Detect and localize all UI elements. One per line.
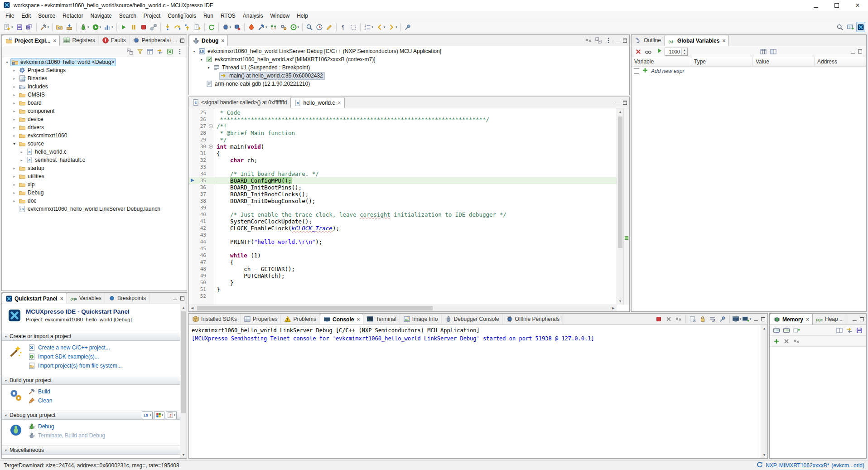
overview-ruler[interactable] — [623, 108, 629, 305]
collapsed-arrow-icon[interactable]: ▸ — [11, 77, 18, 81]
terminate-button[interactable] — [654, 315, 664, 324]
quickstart-link-terminate-build-and-debug[interactable]: Terminate, Build and Debug — [28, 432, 105, 439]
tree-item-evkcmimxrt1060-hello-world-linkserver-de[interactable]: LSevkcmimxrt1060_hello_world LinkServer … — [2, 205, 187, 213]
dropdown-arrow-icon[interactable]: ▾ — [230, 25, 231, 29]
quickstart-link-build[interactable]: Build — [28, 388, 52, 395]
close-tab-icon[interactable]: × — [338, 100, 341, 106]
tree-item-drivers[interactable]: ▸drivers — [2, 123, 187, 131]
dropdown-arrow-icon[interactable]: ▾ — [100, 25, 101, 29]
collapsed-arrow-icon[interactable]: ▸ — [11, 199, 18, 203]
code-line-28[interactable]: 28 * @brief Main function — [189, 130, 617, 136]
menu-file[interactable]: File — [2, 12, 18, 20]
tab-registers[interactable]: Registers — [60, 35, 99, 46]
menu-window[interactable]: Window — [267, 12, 294, 20]
save-button[interactable] — [15, 22, 24, 32]
window-minimize-button[interactable] — [805, 0, 826, 11]
tree-item-xip[interactable]: ▸xip — [2, 180, 187, 189]
view-menu-button[interactable] — [175, 47, 185, 56]
tree-item-content[interactable]: LSevkcmimxrt1060_hello_world LinkServer … — [198, 48, 443, 55]
status-device-link[interactable]: MIMXRT1062xxxxB* — [779, 462, 829, 469]
code-line-34[interactable]: 34 /* Init board hardware. */ — [189, 170, 617, 177]
collapsed-arrow-icon[interactable]: ▸ — [11, 134, 18, 138]
menu-search[interactable]: Search — [116, 12, 140, 20]
code-line-37[interactable]: 37 BOARD_InitBootClocks(); — [189, 191, 617, 198]
minimize-view-button[interactable] — [754, 317, 758, 321]
tree-item-arm-none-eabi-gdb-12-1-90-20221210[interactable]: arm-none-eabi-gdb (12.1.90.20221210) — [189, 80, 629, 88]
dropdown-arrow-icon[interactable]: ▾ — [111, 25, 113, 29]
scroll-thumb[interactable] — [181, 311, 186, 413]
code-editor[interactable]: 25 * Code26 ****************************… — [189, 108, 629, 311]
quickstart-link-create-a-new-c-c-project[interactable]: Create a new C/C++ project... — [28, 344, 122, 351]
code-line-40[interactable]: 40 /* Just enable the trace clock, leave… — [189, 211, 617, 218]
debug-solution-linkserver-button[interactable]: LS▾ — [142, 411, 153, 419]
maximize-view-button[interactable] — [623, 39, 627, 43]
new-tab-button[interactable] — [791, 326, 801, 335]
maximize-view-button[interactable] — [860, 317, 864, 321]
scroll-down-icon[interactable]: ▼ — [180, 451, 187, 458]
tree-item-content[interactable]: drivers — [18, 124, 46, 131]
tab-hello-world-c[interactable]: chello_world.c× — [290, 97, 344, 108]
scroll-down-icon[interactable]: ▼ — [617, 298, 623, 305]
step-return-button[interactable] — [183, 22, 192, 32]
collapse-all-button[interactable] — [125, 47, 135, 56]
column-header-address[interactable]: Address — [815, 57, 866, 66]
spin-down-icon[interactable]: ▼ — [682, 52, 687, 55]
dropdown-arrow-icon[interactable]: ▾ — [48, 25, 49, 29]
code-line-48[interactable]: 48 ch = GETCHAR(); — [189, 266, 617, 272]
menu-refactor[interactable]: Refactor — [59, 12, 87, 20]
tree-item-content[interactable]: LSevkcmimxrt1060_hello_world LinkServer … — [18, 205, 162, 213]
tree-item-thread-1-suspended-breakpoint[interactable]: ▾Thread #1 (Suspended : Breakpoint) — [189, 63, 629, 72]
fold-collapse-icon[interactable]: − — [209, 145, 213, 149]
freertos-button[interactable] — [269, 22, 278, 32]
tab-global-variables[interactable]: (x)=Global Variables× — [665, 35, 729, 46]
new-c-project-button[interactable]: C — [55, 22, 64, 32]
scroll-lock-button[interactable] — [698, 315, 708, 324]
filter-button[interactable] — [135, 47, 145, 56]
tree-item-binaries[interactable]: ▸10100110Binaries — [2, 74, 187, 82]
tree-item-cmsis[interactable]: ▸CMSIS — [2, 91, 187, 99]
expanded-arrow-icon[interactable]: ▾ — [205, 66, 212, 70]
split-pane-button[interactable] — [834, 326, 844, 335]
scroll-thumb[interactable] — [197, 306, 433, 310]
code-line-46[interactable]: 46 while (1) — [189, 252, 617, 259]
quickstart-section-create-or-import-a-project[interactable]: ▾Create or import a project — [2, 332, 180, 341]
display-console-button[interactable]: ▾ — [732, 315, 742, 324]
build-button[interactable]: ▾ — [39, 22, 50, 32]
code-line-50[interactable]: 50 } — [189, 279, 617, 286]
save-all-button[interactable] — [25, 22, 34, 32]
tree-item-content[interactable]: chello_world.c — [25, 148, 68, 156]
minimize-view-button[interactable] — [173, 39, 177, 42]
remove-x-button[interactable] — [781, 337, 791, 346]
console-output[interactable]: evkcmimxrt1060_hello_world LinkServer De… — [189, 325, 767, 458]
spin-up-icon[interactable]: ▲ — [682, 48, 687, 52]
column-header-value[interactable]: Value — [753, 57, 815, 66]
render-1010-button[interactable]: 1010 — [781, 326, 791, 335]
link-with-editor-button[interactable] — [155, 47, 165, 56]
tree-item-content[interactable]: xip — [18, 181, 36, 189]
show-whitespace-button[interactable]: ¶ — [339, 22, 348, 32]
tree-item-includes[interactable]: ▸Includes — [2, 82, 187, 91]
save-button[interactable] — [854, 326, 864, 335]
section-collapse-icon[interactable]: ▾ — [5, 334, 7, 339]
add-glasses-button[interactable] — [643, 47, 653, 56]
tree-item-content[interactable]: arm-none-eabi-gdb (12.1.90.20221210) — [205, 80, 312, 88]
code-line-33[interactable]: 33 — [189, 164, 617, 170]
tree-item-debug[interactable]: ▸Debug — [2, 189, 187, 197]
tree-item-content[interactable]: utilities — [18, 173, 46, 180]
code-line-29[interactable]: 29 */ — [189, 136, 617, 143]
quickstart-link-edit-project-settings[interactable]: Edit project settings — [11, 458, 68, 458]
quickstart-link-debug[interactable]: Debug — [28, 423, 105, 430]
tree-item-content[interactable]: Thread #1 (Suspended : Breakpoint) — [212, 64, 312, 72]
maximize-view-button[interactable] — [623, 101, 627, 105]
plus-green-button[interactable] — [772, 337, 781, 346]
code-line-52[interactable]: 52 — [189, 293, 617, 300]
quickstart-link-import-sdk-example-s[interactable]: Import SDK example(s)... — [28, 353, 122, 360]
code-line-51[interactable]: 51} — [189, 286, 617, 293]
minimize-view-button[interactable] — [616, 101, 620, 104]
search-button[interactable] — [835, 22, 844, 32]
quickstart-link-clean[interactable]: Clean — [28, 397, 52, 404]
profile-button[interactable]: ▾ — [103, 22, 114, 32]
tab-peripherals[interactable]: Peripherals+ — [130, 35, 171, 46]
maximize-view-button[interactable] — [180, 296, 184, 300]
back-button[interactable]: ▾ — [375, 22, 386, 32]
